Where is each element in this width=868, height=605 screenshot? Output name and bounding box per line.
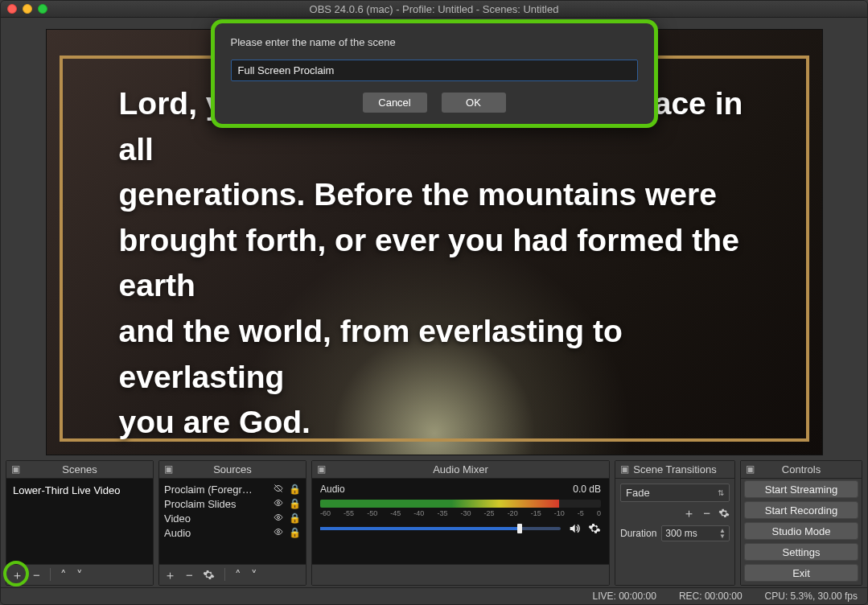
preview-area: Lord, you have been our dwelling place i… (1, 18, 867, 460)
svg-point-1 (278, 502, 280, 504)
volume-slider[interactable] (320, 527, 561, 530)
panel-popout-icon[interactable]: ▣ (164, 463, 173, 475)
visibility-on-icon[interactable] (273, 527, 284, 538)
source-row[interactable]: Proclaim (Foregroun 🔒 (164, 482, 301, 496)
dialog-prompt: Please enter the name of the scene (231, 36, 638, 48)
sources-panel: ▣ Sources Proclaim (Foregroun 🔒 Proclaim… (158, 460, 306, 585)
audio-mixer-panel: ▣ Audio Mixer Audio 0.0 dB -60-55 -50-45… (311, 460, 610, 585)
mixer-track-label: Audio (320, 484, 345, 495)
app-window: OBS 24.0.6 (mac) - Profile: Untitled - S… (0, 0, 868, 605)
transition-select[interactable]: Fade ⇅ (620, 484, 730, 502)
visibility-off-icon[interactable] (273, 484, 284, 495)
source-up-button[interactable]: ˄ (235, 569, 241, 581)
audio-meter (320, 500, 601, 508)
titlebar: OBS 24.0.6 (mac) - Profile: Untitled - S… (1, 1, 867, 18)
source-row[interactable]: Proclaim Slides 🔒 (164, 496, 301, 511)
scenes-panel-title: Scenes (62, 463, 97, 475)
exit-button[interactable]: Exit (744, 564, 858, 582)
add-scene-dialog: Please enter the name of the scene Cance… (211, 19, 658, 128)
status-cpu: CPU: 5.3%, 30.00 fps (765, 591, 858, 602)
add-scene-button[interactable]: ＋ (11, 569, 23, 581)
lock-icon[interactable]: 🔒 (289, 527, 301, 538)
stepper-arrows-icon[interactable]: ▲▼ (719, 528, 726, 539)
audio-scale: -60-55 -50-45 -40-35 -30-25 -20-15 -10-5… (320, 509, 601, 517)
source-down-button[interactable]: ˅ (251, 569, 257, 581)
start-recording-button[interactable]: Start Recording (744, 501, 858, 519)
sources-panel-title: Sources (213, 463, 252, 475)
mixer-settings-icon[interactable] (588, 522, 601, 535)
visibility-on-icon[interactable] (273, 512, 284, 524)
ok-button[interactable]: OK (442, 93, 506, 113)
transitions-panel: ▣ Scene Transitions Fade ⇅ ＋ − Duration (615, 460, 735, 585)
highlight-ring-icon (3, 561, 29, 586)
remove-scene-button[interactable]: − (33, 569, 40, 581)
cancel-button[interactable]: Cancel (363, 93, 427, 113)
source-row[interactable]: Audio 🔒 (164, 525, 301, 540)
remove-transition-button[interactable]: − (703, 507, 710, 519)
panel-popout-icon[interactable]: ▣ (620, 463, 629, 475)
controls-panel-title: Controls (782, 463, 821, 475)
panel-popout-icon[interactable]: ▣ (746, 463, 755, 475)
scenes-panel: ▣ Scenes Lower-Third Live Video ＋ − ˄ ˅ (6, 460, 154, 585)
start-streaming-button[interactable]: Start Streaming (744, 480, 858, 498)
add-source-button[interactable]: ＋ (164, 569, 176, 581)
panel-popout-icon[interactable]: ▣ (11, 463, 20, 475)
transition-settings-button[interactable] (718, 507, 730, 519)
panel-popout-icon[interactable]: ▣ (317, 463, 326, 475)
status-live: LIVE: 00:00:00 (592, 591, 656, 602)
mixer-level-db: 0.0 dB (573, 484, 601, 495)
window-close-icon[interactable] (7, 4, 17, 14)
controls-panel: ▣ Controls Start Streaming Start Recordi… (740, 460, 862, 585)
add-transition-button[interactable]: ＋ (683, 507, 695, 519)
studio-mode-button[interactable]: Studio Mode (744, 522, 858, 540)
lock-icon[interactable]: 🔒 (289, 484, 301, 495)
chevron-updown-icon: ⇅ (718, 488, 724, 497)
status-rec: REC: 00:00:00 (679, 591, 743, 602)
visibility-on-icon[interactable] (273, 498, 284, 509)
svg-point-2 (278, 517, 280, 519)
source-settings-button[interactable] (203, 569, 215, 581)
speaker-icon[interactable] (567, 522, 582, 535)
lock-icon[interactable]: 🔒 (289, 512, 301, 524)
scene-up-button[interactable]: ˄ (60, 569, 67, 581)
duration-label: Duration (620, 528, 656, 539)
transitions-panel-title: Scene Transitions (633, 463, 716, 475)
lock-icon[interactable]: 🔒 (289, 498, 301, 509)
window-zoom-icon[interactable] (38, 4, 47, 14)
scripture-text: Lord, you have been our dwelling place i… (119, 81, 750, 445)
window-title: OBS 24.0.6 (mac) - Profile: Untitled - S… (47, 3, 821, 15)
dock-panels: ▣ Scenes Lower-Third Live Video ＋ − ˄ ˅ … (1, 460, 867, 586)
mixer-panel-title: Audio Mixer (433, 463, 488, 475)
remove-source-button[interactable]: − (186, 569, 193, 581)
scene-row[interactable]: Lower-Third Live Video (13, 482, 146, 499)
settings-button[interactable]: Settings (744, 543, 858, 561)
duration-stepper[interactable]: 300 ms ▲▼ (661, 525, 730, 541)
svg-point-3 (278, 531, 280, 533)
scene-down-button[interactable]: ˅ (76, 569, 83, 581)
source-row[interactable]: Video 🔒 (164, 511, 301, 525)
status-bar: LIVE: 00:00:00 REC: 00:00:00 CPU: 5.3%, … (1, 587, 867, 604)
window-minimize-icon[interactable] (23, 4, 32, 14)
scene-name-input[interactable] (231, 60, 638, 81)
